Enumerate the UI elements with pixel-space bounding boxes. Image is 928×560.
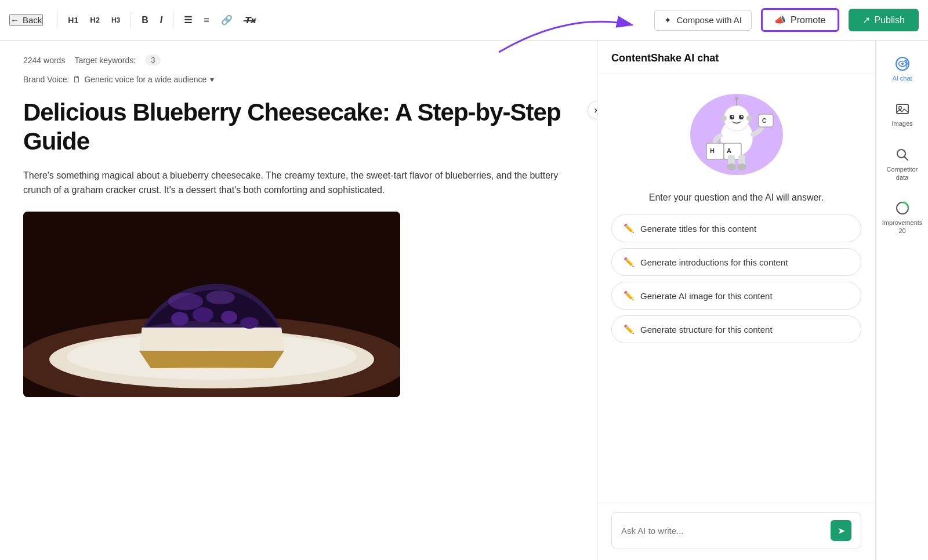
svg-point-14 xyxy=(731,116,733,118)
sparkle-icon-1: ✏️ xyxy=(624,223,635,234)
generate-structure-button[interactable]: ✏️ Generate structure for this content xyxy=(611,315,861,343)
svg-point-23 xyxy=(735,97,738,100)
send-icon: ➤ xyxy=(838,525,845,536)
generate-structure-label: Generate structure for this content xyxy=(640,325,773,334)
ai-panel-body: C H A xyxy=(597,74,875,503)
promote-label: Promote xyxy=(791,15,825,26)
wand-icon: ✦ xyxy=(664,15,672,26)
toolbar: ← Back H1 H2 H3 B I ☰ ≡ 🔗 T̶x̶ ✦ Compose… xyxy=(0,0,928,41)
keywords-label: Target keywords: xyxy=(74,56,136,65)
svg-text:A: A xyxy=(727,147,731,154)
svg-point-33 xyxy=(898,107,901,110)
sidebar-improvements-label: Improvements 20 xyxy=(882,219,923,235)
compose-ai-label: Compose with AI xyxy=(676,15,742,25)
publish-button[interactable]: ↗ Publish xyxy=(849,9,919,31)
improvements-icon xyxy=(894,200,911,216)
article-title[interactable]: Delicious Blueberry Cheesecake: A Step-b… xyxy=(23,98,574,157)
h1-button[interactable]: H1 xyxy=(64,13,82,27)
sidebar-item-ai-chat[interactable]: AI chat xyxy=(879,50,926,88)
svg-point-29 xyxy=(746,115,752,121)
right-sidebar: AI chat Images Competitor data xyxy=(876,41,928,560)
clear-format-button[interactable]: T̶x̶ xyxy=(241,13,259,28)
chevron-down-icon: ▾ xyxy=(210,75,214,84)
italic-button[interactable]: I xyxy=(157,13,166,28)
publish-label: Publish xyxy=(875,15,905,26)
divider-3 xyxy=(173,12,173,28)
brand-voice-value: Generic voice for a wide audience xyxy=(84,75,206,84)
generate-ai-image-button[interactable]: ✏️ Generate AI image for this content xyxy=(611,282,861,310)
svg-text:H: H xyxy=(710,147,715,154)
sidebar-item-improvements[interactable]: Improvements 20 xyxy=(879,194,926,241)
main-layout: 2244 words Target keywords: 3 Brand Voic… xyxy=(0,41,928,560)
ai-chat-panel: ContentShake AI chat xyxy=(597,41,876,560)
back-label: Back xyxy=(23,15,42,25)
ordered-list-button[interactable]: ☰ xyxy=(180,12,195,28)
competitor-search-icon xyxy=(894,147,911,163)
sidebar-competitor-label: Competitor data xyxy=(884,165,921,182)
svg-point-27 xyxy=(737,163,746,170)
svg-line-35 xyxy=(904,157,908,160)
ai-prompt-text: Enter your question and the AI will answ… xyxy=(649,192,824,203)
promote-icon: 📣 xyxy=(774,14,786,26)
h3-button[interactable]: H3 xyxy=(108,14,124,27)
svg-point-5 xyxy=(193,307,213,322)
ai-robot-illustration: C H A xyxy=(684,88,789,181)
svg-point-15 xyxy=(741,116,742,118)
svg-point-9 xyxy=(206,290,235,304)
generate-titles-label: Generate titles for this content xyxy=(640,224,756,234)
robot-svg: C H A xyxy=(684,88,789,181)
cheesecake-image xyxy=(23,212,400,397)
ai-input-wrapper: ➤ xyxy=(611,512,861,548)
brand-voice-icon: 🗒 xyxy=(72,75,81,84)
editor-area: 2244 words Target keywords: 3 Brand Voic… xyxy=(0,41,597,560)
keywords-badge: 3 xyxy=(145,54,161,66)
arrow-left-icon: ← xyxy=(10,15,19,25)
chevron-right-icon: » xyxy=(594,105,597,115)
svg-point-8 xyxy=(168,293,203,310)
divider-1 xyxy=(57,12,57,28)
generate-introductions-button[interactable]: ✏️ Generate introductions for this conte… xyxy=(611,248,861,276)
svg-point-31 xyxy=(901,63,904,65)
promote-button[interactable]: 📣 Promote xyxy=(761,8,839,32)
svg-rect-32 xyxy=(897,104,908,114)
sparkle-icon-3: ✏️ xyxy=(624,290,635,301)
svg-point-11 xyxy=(724,106,749,131)
unordered-list-button[interactable]: ≡ xyxy=(200,13,212,28)
sparkle-icon-4: ✏️ xyxy=(624,324,635,334)
sidebar-item-competitor[interactable]: Competitor data xyxy=(879,141,926,188)
ai-send-button[interactable]: ➤ xyxy=(831,520,851,541)
compose-ai-button[interactable]: ✦ Compose with AI xyxy=(654,10,752,31)
svg-point-7 xyxy=(240,317,259,329)
word-count: 2244 words xyxy=(23,56,65,65)
generate-titles-button[interactable]: ✏️ Generate titles for this content xyxy=(611,214,861,242)
ai-panel-header: ContentShake AI chat xyxy=(597,41,875,74)
images-icon xyxy=(894,101,911,117)
sidebar-ai-chat-label: AI chat xyxy=(892,74,912,82)
svg-text:C: C xyxy=(762,118,766,124)
bold-button[interactable]: B xyxy=(138,13,152,28)
ai-panel-title: ContentShake AI chat xyxy=(611,52,719,64)
generate-introductions-label: Generate introductions for this content xyxy=(640,257,788,267)
publish-icon: ↗ xyxy=(862,14,870,26)
divider-2 xyxy=(130,12,131,28)
brand-voice-selector[interactable]: Brand Voice: 🗒 Generic voice for a wide … xyxy=(23,75,574,84)
sparkle-icon-2: ✏️ xyxy=(624,257,635,267)
ai-chat-input[interactable] xyxy=(621,526,831,536)
article-image xyxy=(23,212,400,397)
sidebar-item-images[interactable]: Images xyxy=(879,95,926,133)
svg-point-26 xyxy=(727,163,736,170)
h2-button[interactable]: H2 xyxy=(86,13,103,27)
generate-ai-image-label: Generate AI image for this content xyxy=(640,291,773,301)
link-button[interactable]: 🔗 xyxy=(217,12,236,28)
svg-point-4 xyxy=(171,312,188,326)
brand-voice-label: Brand Voice: xyxy=(23,75,69,84)
svg-point-6 xyxy=(221,311,237,323)
back-button[interactable]: ← Back xyxy=(9,14,43,26)
ai-chat-icon xyxy=(894,56,911,72)
ai-input-area: ➤ xyxy=(597,503,875,560)
collapse-panel-button[interactable]: » xyxy=(588,101,597,119)
editor-meta: 2244 words Target keywords: 3 xyxy=(23,54,574,66)
article-intro[interactable]: There's something magical about a bluebe… xyxy=(23,168,574,198)
sidebar-images-label: Images xyxy=(891,119,912,128)
svg-point-28 xyxy=(721,115,727,121)
